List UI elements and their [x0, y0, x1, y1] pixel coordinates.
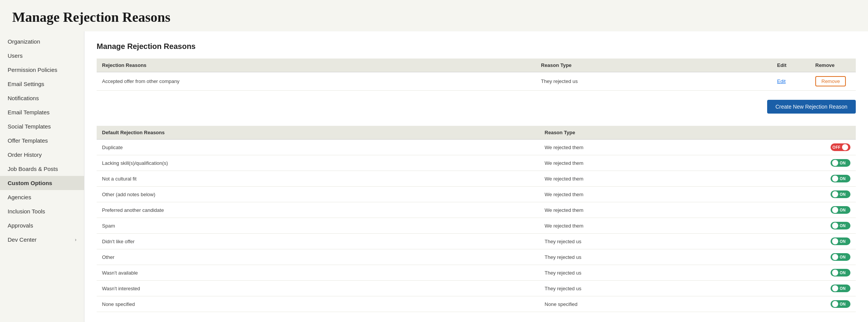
custom-reasons-table: Rejection Reasons Reason Type Edit Remov… — [97, 59, 856, 91]
page-header: Manage Rejection Reasons — [0, 0, 868, 31]
sidebar-item-label: Organization — [8, 38, 40, 45]
type-cell: They rejected us — [536, 72, 772, 91]
toggle-cell: ON — [825, 281, 856, 296]
sidebar-item-dev-center[interactable]: Dev Center› — [0, 233, 84, 247]
default-reason-cell: Lacking skill(s)/qualification(s) — [97, 155, 539, 171]
table-row: Not a cultural fitWe rejected themON — [97, 171, 856, 187]
sidebar-item-approvals[interactable]: Approvals — [0, 218, 84, 233]
toggle-container: ON — [831, 300, 850, 308]
toggle-label: ON — [840, 302, 846, 306]
toggle-label: ON — [840, 271, 846, 275]
default-type-cell: We rejected them — [539, 171, 825, 187]
table-row: OtherThey rejected usON — [97, 249, 856, 265]
toggle-circle — [842, 144, 848, 150]
remove-cell: Remove — [810, 72, 856, 91]
sidebar-item-job-boards-posts[interactable]: Job Boards & Posts — [0, 162, 84, 176]
toggle-container: ON — [831, 237, 850, 245]
default-table-wrapper: Default Rejection Reasons Reason Type Du… — [97, 126, 856, 312]
toggle-cell: ON — [825, 218, 856, 234]
sidebar-item-users[interactable]: Users — [0, 49, 84, 63]
default-type-cell: None specified — [539, 296, 825, 312]
sidebar-item-label: Approvals — [8, 222, 33, 229]
toggle-container: ON — [831, 269, 850, 276]
table-row: Wasn't availableThey rejected usON — [97, 265, 856, 281]
sidebar-item-inclusion-tools[interactable]: Inclusion Tools — [0, 204, 84, 218]
sidebar-item-label: Permission Policies — [8, 67, 57, 73]
toggle-label: ON — [840, 208, 846, 212]
sidebar-item-label: Dev Center — [8, 236, 37, 243]
col-header-reason: Rejection Reasons — [97, 59, 536, 72]
default-type-cell: We rejected them — [539, 155, 825, 171]
toggle-on[interactable]: ON — [831, 300, 850, 308]
default-reason-cell: Preferred another candidate — [97, 202, 539, 218]
toggle-cell: ON — [825, 265, 856, 281]
default-reason-cell: Wasn't interested — [97, 281, 539, 296]
sidebar-item-agencies[interactable]: Agencies — [0, 190, 84, 204]
toggle-circle — [832, 223, 838, 229]
default-type-cell: We rejected them — [539, 187, 825, 202]
sidebar-item-organization[interactable]: Organization — [0, 34, 84, 49]
default-reason-cell: Other — [97, 249, 539, 265]
toggle-label: ON — [840, 255, 846, 259]
sidebar-item-order-history[interactable]: Order History — [0, 148, 84, 162]
toggle-on[interactable]: ON — [831, 159, 850, 167]
col-header-remove: Remove — [810, 59, 856, 72]
toggle-circle — [832, 254, 838, 260]
sidebar: OrganizationUsersPermission PoliciesEmai… — [0, 31, 84, 322]
default-reason-cell: Not a cultural fit — [97, 171, 539, 187]
toggle-container: ON — [831, 206, 850, 214]
sidebar-item-label: Notifications — [8, 95, 39, 101]
toggle-off[interactable]: OFF — [831, 143, 850, 151]
toggle-container: ON — [831, 285, 850, 292]
toggle-container: OFF — [831, 143, 850, 151]
toggle-on[interactable]: ON — [831, 190, 850, 198]
toggle-label: ON — [840, 224, 846, 228]
default-type-cell: They rejected us — [539, 265, 825, 281]
create-button-row: Create New Rejection Reason — [97, 97, 856, 114]
sidebar-item-custom-options[interactable]: Custom Options — [0, 176, 84, 190]
sidebar-item-offer-templates[interactable]: Offer Templates — [0, 133, 84, 148]
toggle-on[interactable]: ON — [831, 253, 850, 261]
toggle-on[interactable]: ON — [831, 285, 850, 292]
toggle-label: ON — [840, 192, 846, 197]
sidebar-item-email-templates[interactable]: Email Templates — [0, 105, 84, 119]
page-wrapper: Manage Rejection Reasons OrganizationUse… — [0, 0, 868, 322]
edit-link[interactable]: Edit — [777, 78, 785, 84]
table-row: Accepted offer from other companyThey re… — [97, 72, 856, 91]
table-row: Didn't like offerThey rejected usON — [97, 234, 856, 249]
sidebar-item-label: Offer Templates — [8, 137, 48, 144]
toggle-cell: ON — [825, 171, 856, 187]
toggle-circle — [832, 207, 838, 213]
toggle-container: ON — [831, 222, 850, 229]
toggle-on[interactable]: ON — [831, 175, 850, 182]
toggle-cell: ON — [825, 296, 856, 312]
default-type-cell: We rejected them — [539, 140, 825, 155]
sidebar-item-label: Email Templates — [8, 109, 50, 115]
default-reasons-table: Default Rejection Reasons Reason Type Du… — [97, 126, 856, 312]
sidebar-item-email-settings[interactable]: Email Settings — [0, 77, 84, 91]
section-title: Manage Rejection Reasons — [97, 42, 856, 51]
toggle-on[interactable]: ON — [831, 269, 850, 276]
table-row: SpamWe rejected themON — [97, 218, 856, 234]
toggle-on[interactable]: ON — [831, 206, 850, 214]
sidebar-item-label: Users — [8, 52, 23, 59]
col-header-edit: Edit — [772, 59, 810, 72]
sidebar-item-permission-policies[interactable]: Permission Policies — [0, 63, 84, 77]
default-reason-cell: Duplicate — [97, 140, 539, 155]
toggle-on[interactable]: ON — [831, 222, 850, 229]
toggle-container: ON — [831, 175, 850, 182]
toggle-on[interactable]: ON — [831, 237, 850, 245]
toggle-label: ON — [840, 286, 846, 291]
table-row: Wasn't interestedThey rejected usON — [97, 281, 856, 296]
toggle-cell: OFF — [825, 140, 856, 155]
default-reason-cell: Spam — [97, 218, 539, 234]
remove-button[interactable]: Remove — [815, 76, 846, 86]
col-header-default-type: Reason Type — [539, 126, 825, 140]
reason-cell: Accepted offer from other company — [97, 72, 536, 91]
sidebar-item-social-templates[interactable]: Social Templates — [0, 119, 84, 133]
toggle-label: ON — [840, 177, 846, 181]
sidebar-item-notifications[interactable]: Notifications — [0, 91, 84, 105]
table-row: DuplicateWe rejected themOFF — [97, 140, 856, 155]
create-rejection-reason-button[interactable]: Create New Rejection Reason — [767, 100, 856, 114]
toggle-container: ON — [831, 159, 850, 167]
